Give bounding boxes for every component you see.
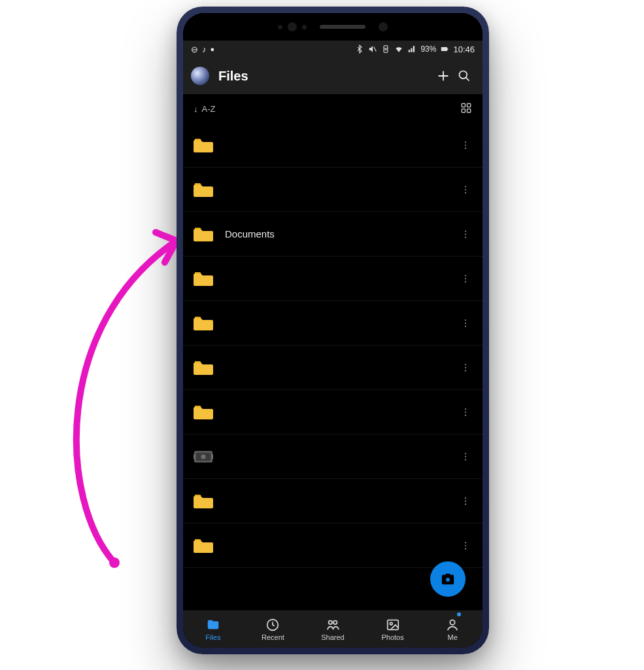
bluetooth-icon — [355, 44, 364, 54]
files-icon — [206, 618, 220, 632]
svg-point-38 — [465, 459, 466, 460]
notif-icon-music: ♪ — [202, 44, 207, 54]
nav-label: Recent — [262, 633, 284, 641]
file-row[interactable] — [183, 434, 483, 479]
nav-photos[interactable]: Photos — [363, 618, 423, 641]
svg-point-26 — [465, 366, 466, 368]
mute-icon — [368, 44, 377, 54]
app-bar: Files — [183, 58, 483, 94]
file-row[interactable] — [183, 256, 483, 301]
svg-point-51 — [450, 620, 455, 624]
svg-point-33 — [201, 454, 205, 459]
notif-icon-spotify: ● — [211, 45, 215, 53]
file-list: Documents — [183, 123, 483, 568]
nav-recent[interactable]: Recent — [243, 618, 303, 641]
svg-point-19 — [465, 275, 466, 276]
nav-files[interactable]: Files — [183, 618, 243, 641]
file-row[interactable] — [183, 301, 483, 345]
folder-icon — [194, 360, 213, 376]
phone-frame: ⊖ ♪ ● 93% 10:46 Files — [177, 7, 489, 654]
nav-label: Shared — [321, 633, 344, 641]
nav-label: Photos — [381, 633, 403, 641]
file-row[interactable] — [183, 123, 483, 168]
svg-rect-7 — [467, 103, 471, 107]
more-button[interactable] — [454, 229, 477, 239]
sort-button[interactable]: ↓ A-Z — [194, 104, 215, 114]
more-button[interactable] — [454, 318, 477, 328]
file-row[interactable] — [183, 523, 483, 568]
svg-point-44 — [465, 548, 466, 549]
battery-saver-icon — [381, 44, 390, 54]
photos-icon — [386, 618, 400, 632]
view-toggle-button[interactable] — [460, 102, 472, 116]
file-row[interactable] — [183, 390, 483, 434]
svg-point-37 — [465, 455, 466, 457]
svg-rect-3 — [441, 47, 447, 51]
svg-rect-49 — [387, 620, 398, 629]
signal-icon — [407, 44, 416, 54]
file-row[interactable]: Documents — [183, 212, 483, 256]
shared-icon — [326, 618, 340, 632]
svg-point-0 — [109, 557, 120, 568]
more-button[interactable] — [454, 140, 477, 150]
folder-icon — [194, 182, 213, 198]
svg-point-18 — [465, 236, 466, 238]
svg-point-16 — [465, 230, 466, 232]
sort-row: ↓ A-Z — [183, 94, 483, 123]
camera-fab[interactable] — [430, 561, 466, 597]
svg-point-50 — [390, 622, 392, 625]
svg-point-17 — [465, 233, 466, 234]
svg-rect-34 — [194, 454, 195, 459]
battery-percent: 93% — [420, 44, 436, 54]
svg-point-39 — [465, 497, 466, 499]
svg-point-13 — [465, 186, 466, 187]
search-button[interactable] — [454, 69, 475, 82]
folder-icon — [194, 538, 213, 554]
more-button[interactable] — [454, 407, 477, 417]
svg-point-45 — [446, 578, 450, 582]
svg-point-23 — [465, 322, 466, 323]
sort-arrow-icon: ↓ — [194, 104, 198, 114]
file-row[interactable] — [183, 345, 483, 390]
bottom-nav: FilesRecentSharedPhotosMe — [183, 610, 483, 648]
more-button[interactable] — [454, 362, 477, 373]
more-button[interactable] — [454, 273, 477, 284]
file-row[interactable] — [183, 168, 483, 212]
svg-point-25 — [465, 364, 466, 365]
more-button[interactable] — [454, 540, 477, 551]
svg-point-42 — [465, 542, 466, 543]
svg-point-24 — [465, 325, 466, 326]
more-button[interactable] — [454, 496, 477, 506]
avatar[interactable] — [191, 67, 209, 85]
svg-point-40 — [465, 500, 466, 501]
add-button[interactable] — [433, 69, 454, 83]
svg-point-12 — [465, 147, 466, 149]
nav-badge — [457, 612, 461, 616]
svg-rect-4 — [448, 48, 449, 50]
svg-point-28 — [465, 408, 466, 410]
file-row[interactable] — [183, 479, 483, 523]
folder-icon — [194, 137, 213, 153]
more-button[interactable] — [454, 185, 477, 195]
folder-icon — [194, 493, 213, 509]
nav-shared[interactable]: Shared — [303, 618, 363, 641]
nav-me[interactable]: Me — [422, 618, 483, 641]
folder-icon — [194, 226, 213, 242]
recent-icon — [265, 618, 280, 632]
more-button[interactable] — [454, 451, 477, 462]
svg-point-10 — [465, 141, 466, 143]
svg-rect-35 — [211, 454, 213, 459]
svg-point-29 — [465, 411, 466, 412]
svg-point-41 — [465, 503, 466, 504]
wifi-icon — [394, 44, 403, 54]
status-time: 10:46 — [453, 44, 475, 54]
notif-icon-dnd: ⊖ — [191, 44, 198, 54]
file-name: Documents — [225, 228, 454, 239]
camera-icon — [441, 572, 455, 586]
svg-point-36 — [465, 453, 466, 454]
svg-point-30 — [465, 414, 466, 415]
svg-rect-9 — [467, 109, 471, 112]
svg-point-48 — [333, 620, 337, 624]
folder-icon — [194, 315, 213, 331]
svg-point-11 — [465, 144, 466, 145]
